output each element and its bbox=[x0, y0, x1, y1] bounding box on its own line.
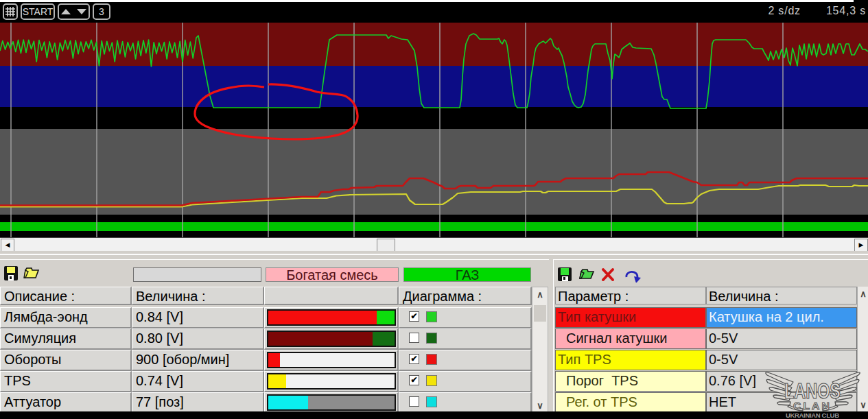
svg-text:CLAN: CLAN bbox=[793, 400, 832, 411]
svg-text:UKRAINIAN CLUB: UKRAINIAN CLUB bbox=[786, 411, 839, 419]
